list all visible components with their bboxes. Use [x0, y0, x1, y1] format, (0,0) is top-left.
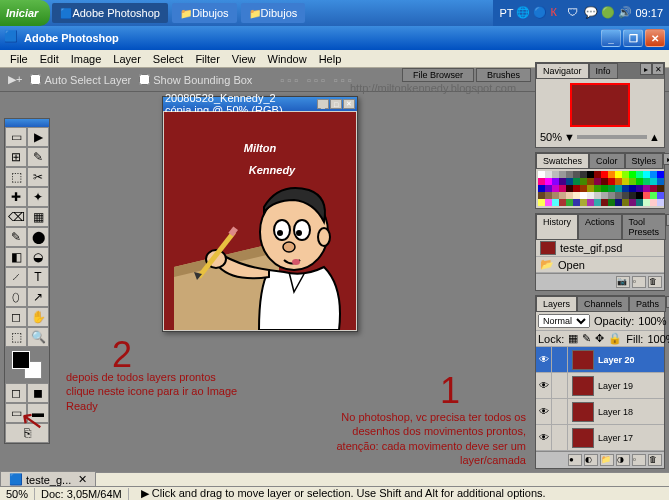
quickmask-off[interactable]: ◻: [5, 383, 27, 403]
info-tab[interactable]: Info: [589, 63, 618, 79]
swatch[interactable]: [643, 178, 650, 185]
tray-lang[interactable]: PT: [499, 7, 513, 19]
close-button[interactable]: ✕: [645, 29, 665, 47]
tray-clock[interactable]: 09:17: [635, 7, 663, 19]
swatch[interactable]: [608, 185, 615, 192]
tray-icon[interactable]: 🛡: [567, 6, 581, 20]
canvas[interactable]: Milton Kennedy: [164, 112, 356, 330]
swatch[interactable]: [615, 185, 622, 192]
taskbar-folder-1[interactable]: 📁 Dibujos: [172, 3, 237, 23]
tool-button[interactable]: ✎: [5, 227, 27, 247]
history-tab[interactable]: History: [536, 214, 578, 240]
tray-icon[interactable]: 🔊: [618, 6, 632, 20]
swatch[interactable]: [622, 199, 629, 206]
menu-view[interactable]: View: [226, 51, 262, 67]
swatch[interactable]: [615, 171, 622, 178]
swatch[interactable]: [608, 192, 615, 199]
layer-row[interactable]: 👁Layer 20: [536, 347, 664, 373]
menu-help[interactable]: Help: [313, 51, 348, 67]
swatch[interactable]: [580, 171, 587, 178]
swatch[interactable]: [650, 171, 657, 178]
layer-thumbnail[interactable]: [572, 350, 594, 370]
minimize-button[interactable]: _: [601, 29, 621, 47]
layer-thumbnail[interactable]: [572, 402, 594, 422]
swatch[interactable]: [566, 171, 573, 178]
link-icon[interactable]: [552, 399, 568, 424]
swatch[interactable]: [594, 199, 601, 206]
lock-all-icon[interactable]: 🔒: [608, 332, 622, 345]
swatch[interactable]: [650, 192, 657, 199]
tool-button[interactable]: ⬯: [5, 287, 27, 307]
tool-button[interactable]: ⬚: [5, 167, 27, 187]
tool-button[interactable]: ⟋: [5, 267, 27, 287]
swatch[interactable]: [587, 199, 594, 206]
swatch[interactable]: [629, 199, 636, 206]
layer-mask-icon[interactable]: ◐: [584, 454, 598, 466]
blend-mode-select[interactable]: Normal: [538, 314, 590, 328]
tool-button[interactable]: ✋: [27, 307, 49, 327]
new-layer-icon[interactable]: ▫: [632, 454, 646, 466]
link-icon[interactable]: [552, 347, 568, 372]
menu-filter[interactable]: Filter: [189, 51, 225, 67]
swatch[interactable]: [601, 192, 608, 199]
swatch[interactable]: [552, 199, 559, 206]
visibility-icon[interactable]: 👁: [536, 399, 552, 424]
swatch[interactable]: [608, 199, 615, 206]
tray-icon[interactable]: К: [550, 6, 564, 20]
swatch[interactable]: [657, 178, 664, 185]
tray-icon[interactable]: 🔵: [533, 6, 547, 20]
menu-image[interactable]: Image: [65, 51, 108, 67]
swatch[interactable]: [643, 192, 650, 199]
swatch[interactable]: [594, 178, 601, 185]
swatch[interactable]: [657, 199, 664, 206]
menu-file[interactable]: File: [4, 51, 34, 67]
lock-pixels-icon[interactable]: ✎: [582, 332, 591, 345]
menu-layer[interactable]: Layer: [107, 51, 147, 67]
tool-button[interactable]: ◻: [5, 307, 27, 327]
swatch[interactable]: [636, 185, 643, 192]
toolbox-titlebar[interactable]: [5, 119, 49, 127]
tool-button[interactable]: ✦: [27, 187, 49, 207]
swatch[interactable]: [629, 185, 636, 192]
tool-button[interactable]: ✚: [5, 187, 27, 207]
swatch[interactable]: [629, 171, 636, 178]
swatch[interactable]: [573, 171, 580, 178]
swatch[interactable]: [601, 178, 608, 185]
swatch[interactable]: [559, 199, 566, 206]
toolpresets-tab[interactable]: Tool Presets: [622, 214, 667, 240]
swatch[interactable]: [587, 178, 594, 185]
status-docsize[interactable]: Doc: 3,05M/64M: [35, 488, 129, 500]
swatch[interactable]: [615, 192, 622, 199]
tool-button[interactable]: ⬤: [27, 227, 49, 247]
swatch[interactable]: [636, 178, 643, 185]
doc-minimize[interactable]: _: [317, 99, 329, 109]
paths-tab[interactable]: Paths: [629, 296, 666, 312]
tool-button[interactable]: ◒: [27, 247, 49, 267]
tool-button[interactable]: ✎: [27, 147, 49, 167]
layer-thumbnail[interactable]: [572, 376, 594, 396]
document-titlebar[interactable]: 20080528_Kennedy_2 cópia.jpg @ 50% (RGB)…: [163, 97, 357, 111]
brushes-tab[interactable]: Brushes: [476, 68, 531, 82]
swatch[interactable]: [657, 192, 664, 199]
visibility-icon[interactable]: 👁: [536, 347, 552, 372]
swatch[interactable]: [650, 199, 657, 206]
tool-button[interactable]: ▶: [27, 127, 49, 147]
swatch[interactable]: [538, 199, 545, 206]
swatch[interactable]: [615, 199, 622, 206]
swatch[interactable]: [566, 178, 573, 185]
tool-button[interactable]: ⬚: [5, 327, 27, 347]
bounding-box-checkbox[interactable]: Show Bounding Box: [139, 74, 252, 86]
channels-tab[interactable]: Channels: [577, 296, 629, 312]
tool-button[interactable]: 🔍: [27, 327, 49, 347]
layers-tab[interactable]: Layers: [536, 296, 577, 312]
navigator-thumbnail[interactable]: [570, 83, 630, 127]
navigator-tab[interactable]: Navigator: [536, 63, 589, 79]
swatch[interactable]: [650, 185, 657, 192]
zoom-in-icon[interactable]: ▲: [649, 131, 660, 143]
swatch[interactable]: [643, 199, 650, 206]
visibility-icon[interactable]: 👁: [536, 425, 552, 450]
tray-icon[interactable]: 🟢: [601, 6, 615, 20]
menu-window[interactable]: Window: [262, 51, 313, 67]
swatch[interactable]: [622, 192, 629, 199]
new-doc-icon[interactable]: ▫: [632, 276, 646, 288]
